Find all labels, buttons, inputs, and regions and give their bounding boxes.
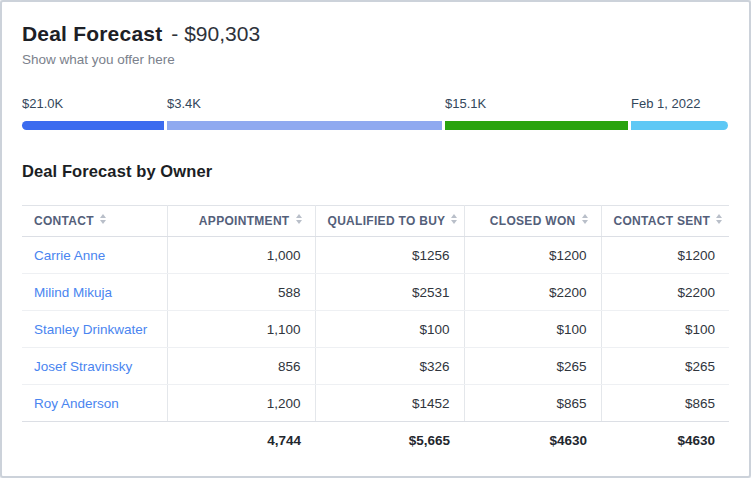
contact-cell: Milind Mikuja — [22, 274, 167, 311]
appointment-cell: 1,200 — [167, 385, 315, 422]
totals-appointment: 4,744 — [167, 422, 315, 460]
funnel-bar — [22, 121, 729, 130]
progress-segment-1[interactable] — [167, 121, 442, 130]
appointment-cell: 1,000 — [167, 237, 315, 274]
closed-won-cell: $2200 — [464, 274, 601, 311]
column-header-label: CONTACT — [34, 214, 94, 228]
closed-won-cell: $100 — [464, 311, 601, 348]
totals-contact-sent: $4630 — [601, 422, 729, 460]
contact-sent-cell: $265 — [601, 348, 729, 385]
contact-link[interactable]: Milind Mikuja — [34, 285, 112, 300]
contact-cell: Carrie Anne — [22, 237, 167, 274]
progress-label-1: $3.4K — [167, 96, 201, 112]
page-title: Deal Forecast- $90,303 — [22, 20, 729, 47]
funnel-labels: $21.0K $3.4K $15.1K Feb 1, 2022 — [22, 96, 729, 112]
qualified-to-buy-cell: $100 — [315, 311, 464, 348]
progress-label-3: Feb 1, 2022 — [631, 96, 700, 112]
deal-forecast-table: CONTACT APPOINTMENT QUALIFIED TO BUY CLO… — [22, 205, 729, 460]
column-header-contact-sent[interactable]: CONTACT SENT — [601, 206, 729, 237]
progress-label-0: $21.0K — [22, 96, 63, 112]
qualified-to-buy-cell: $1256 — [315, 237, 464, 274]
qualified-to-buy-cell: $2531 — [315, 274, 464, 311]
closed-won-cell: $1200 — [464, 237, 601, 274]
closed-won-cell: $865 — [464, 385, 601, 422]
sort-icon[interactable] — [100, 214, 107, 224]
progress-segment-3[interactable] — [631, 121, 728, 130]
contact-cell: Stanley Drinkwater — [22, 311, 167, 348]
appointment-cell: 1,100 — [167, 311, 315, 348]
column-header-label: APPOINTMENT — [199, 214, 290, 228]
column-header-appointment[interactable]: APPOINTMENT — [167, 206, 315, 237]
table-row: Carrie Anne 1,000 $1256 $1200 $1200 — [22, 237, 729, 274]
contact-sent-cell: $1200 — [601, 237, 729, 274]
sort-icon[interactable] — [582, 214, 589, 224]
page-title-text: Deal Forecast — [22, 22, 162, 45]
table-header-row: CONTACT APPOINTMENT QUALIFIED TO BUY CLO… — [22, 206, 729, 237]
totals-row: 4,744 $5,665 $4630 $4630 — [22, 422, 729, 460]
table-row: Milind Mikuja 588 $2531 $2200 $2200 — [22, 274, 729, 311]
column-header-label: CONTACT SENT — [614, 214, 711, 228]
totals-qualified-to-buy: $5,665 — [315, 422, 464, 460]
contact-link[interactable]: Carrie Anne — [34, 248, 105, 263]
contact-sent-cell: $100 — [601, 311, 729, 348]
closed-won-cell: $265 — [464, 348, 601, 385]
table-row: Josef Stravinsky 856 $326 $265 $265 — [22, 348, 729, 385]
contact-link[interactable]: Roy Anderson — [34, 396, 119, 411]
appointment-cell: 856 — [167, 348, 315, 385]
table-title: Deal Forecast by Owner — [22, 161, 729, 181]
contact-sent-cell: $2200 — [601, 274, 729, 311]
appointment-cell: 588 — [167, 274, 315, 311]
contact-link[interactable]: Josef Stravinsky — [34, 359, 132, 374]
table-row: Roy Anderson 1,200 $1452 $865 $865 — [22, 385, 729, 422]
progress-segment-2[interactable] — [445, 121, 628, 130]
deal-forecast-card: Deal Forecast- $90,303 Show what you off… — [0, 0, 751, 478]
qualified-to-buy-cell: $326 — [315, 348, 464, 385]
totals-closed-won: $4630 — [464, 422, 601, 460]
contact-cell: Roy Anderson — [22, 385, 167, 422]
column-header-label: CLOSED WON — [490, 214, 576, 228]
contact-cell: Josef Stravinsky — [22, 348, 167, 385]
sort-icon[interactable] — [451, 214, 458, 224]
column-header-label: QUALIFIED TO BUY — [328, 214, 446, 228]
table-row: Stanley Drinkwater 1,100 $100 $100 $100 — [22, 311, 729, 348]
sort-icon[interactable] — [296, 214, 303, 224]
forecast-funnel: $21.0K $3.4K $15.1K Feb 1, 2022 — [22, 96, 729, 130]
contact-sent-cell: $865 — [601, 385, 729, 422]
qualified-to-buy-cell: $1452 — [315, 385, 464, 422]
sort-icon[interactable] — [716, 214, 723, 224]
progress-segment-0[interactable] — [22, 121, 164, 130]
column-header-qualified-to-buy[interactable]: QUALIFIED TO BUY — [315, 206, 464, 237]
page-title-amount: - $90,303 — [171, 22, 260, 45]
column-header-contact[interactable]: CONTACT — [22, 206, 167, 237]
page-subtitle: Show what you offer here — [22, 51, 729, 69]
progress-label-2: $15.1K — [445, 96, 486, 112]
column-header-closed-won[interactable]: CLOSED WON — [464, 206, 601, 237]
totals-empty-cell — [22, 422, 167, 460]
contact-link[interactable]: Stanley Drinkwater — [34, 322, 147, 337]
